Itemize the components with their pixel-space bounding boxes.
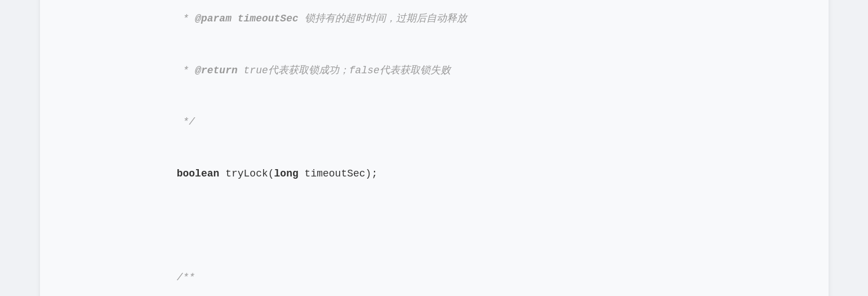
param-timeoutsec: timeoutSec); [299, 168, 377, 179]
comment-tag-param: @param [195, 13, 232, 24]
comment-return: * @return true代表获取锁成功；false代表获取锁失败 [153, 65, 451, 76]
comment2-open: /** [153, 272, 195, 283]
code-line-7: */ [153, 113, 806, 131]
code-line-5: * @param timeoutSec 锁持有的超时时间，过期后自动释放 [153, 10, 806, 28]
code-line-9 [153, 217, 806, 235]
comment-param: * @param timeoutSec 锁持有的超时时间，过期后自动释放 [153, 13, 467, 24]
comment-close: */ [153, 116, 195, 127]
code-block: public interface ILock { /** * 尝试获取锁 * @… [153, 0, 806, 296]
keyword-boolean: boolean [177, 168, 220, 179]
code-line-6: * @return true代表获取锁成功；false代表获取锁失败 [153, 62, 806, 79]
code-line-10: /** [153, 269, 806, 286]
comment-tag-return: @return [195, 65, 238, 76]
code-container: public interface ILock { /** * 尝试获取锁 * @… [40, 0, 829, 296]
method-trylock: tryLock( [219, 168, 274, 179]
keyword-long: long [274, 168, 299, 179]
code-line-8: boolean tryLock(long timeoutSec); [153, 165, 806, 183]
